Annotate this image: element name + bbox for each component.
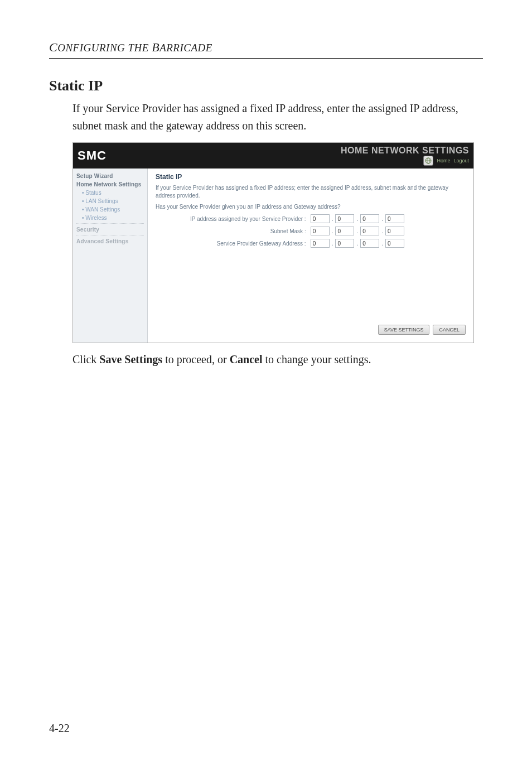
caption-paragraph: Click Save Settings to proceed, or Cance… <box>72 351 483 368</box>
embedded-screenshot: SMC HOME NETWORK SETTINGS Home Logout Se… <box>72 142 474 343</box>
globe-icon <box>423 156 433 166</box>
dot: . <box>332 216 333 222</box>
ss-page-title: HOME NETWORK SETTINGS <box>341 146 469 156</box>
nav-sub-lan-settings[interactable]: LAN Settings <box>82 198 144 204</box>
dot: . <box>381 216 383 222</box>
ss-header-bar: SMC HOME NETWORK SETTINGS Home Logout <box>73 143 473 169</box>
cancel-button[interactable]: CANCEL <box>433 325 466 335</box>
page-number: 4-22 <box>49 722 70 735</box>
ss-desc-2: Has your Service Provider given you an I… <box>156 203 466 211</box>
mask-octet-1[interactable] <box>311 227 330 235</box>
ss-logo: SMC <box>78 148 107 163</box>
dot: . <box>381 228 383 234</box>
caption-mid: to proceed, or <box>162 353 230 365</box>
ss-content-heading: Static IP <box>156 173 466 181</box>
dot: . <box>332 240 333 247</box>
label-ip: IP address assigned by your Service Prov… <box>190 216 306 222</box>
dot: . <box>356 216 358 222</box>
running-header: CONFIGURING THE BARRICADE <box>49 40 483 55</box>
save-settings-button[interactable]: SAVE SETTINGS <box>378 325 430 335</box>
gw-octet-3[interactable] <box>360 239 379 248</box>
dot: . <box>381 240 383 247</box>
nav-sub-wireless[interactable]: Wireless <box>82 215 144 221</box>
row-mask: Subnet Mask : . . . <box>156 227 466 235</box>
ss-form: IP address assigned by your Service Prov… <box>156 214 466 248</box>
ip-octet-3[interactable] <box>360 214 379 223</box>
caption-suffix: to change your settings. <box>263 353 371 365</box>
gw-octet-4[interactable] <box>385 239 404 248</box>
ss-logout-link[interactable]: Logout <box>453 158 469 163</box>
row-gateway: Service Provider Gateway Address : . . . <box>156 239 466 248</box>
ss-logo-block: SMC <box>78 148 107 163</box>
ip-octet-4[interactable] <box>385 214 404 223</box>
section-title: Static IP <box>49 78 483 94</box>
nav-sub-wan-settings[interactable]: WAN Settings <box>82 206 144 213</box>
gw-octet-2[interactable] <box>335 239 354 248</box>
nav-security[interactable]: Security <box>76 227 144 233</box>
rule <box>49 58 483 59</box>
nav-setup-wizard[interactable]: Setup Wizard <box>76 173 144 179</box>
gw-octet-1[interactable] <box>311 239 330 248</box>
nav-home-network-settings[interactable]: Home Network Settings <box>76 181 144 187</box>
label-gateway: Service Provider Gateway Address : <box>217 240 306 247</box>
mask-octet-4[interactable] <box>385 227 404 235</box>
nav-advanced-settings[interactable]: Advanced Settings <box>76 238 144 244</box>
ss-top-links: Home Logout <box>423 156 469 166</box>
ip-octet-2[interactable] <box>335 214 354 223</box>
dot: . <box>356 240 358 247</box>
ss-sidebar: Setup Wizard Home Network Settings Statu… <box>73 169 148 343</box>
ss-desc-1: If your Service Provider has assigned a … <box>156 184 466 200</box>
nav-sub-status[interactable]: Status <box>82 190 144 196</box>
ip-octet-1[interactable] <box>311 214 330 223</box>
caption-save: Save Settings <box>99 353 162 365</box>
caption-prefix: Click <box>72 353 99 365</box>
label-subnet-mask: Subnet Mask : <box>270 228 306 234</box>
ss-content-area: Static IP If your Service Provider has a… <box>148 169 473 343</box>
dot: . <box>332 228 333 234</box>
mask-octet-3[interactable] <box>360 227 379 235</box>
ss-button-bar: SAVE SETTINGS CANCEL <box>378 325 466 335</box>
mask-octet-2[interactable] <box>335 227 354 235</box>
dot: . <box>356 228 358 234</box>
ss-home-link[interactable]: Home <box>437 158 450 163</box>
intro-paragraph: If your Service Provider has assigned a … <box>72 100 483 134</box>
caption-cancel: Cancel <box>230 353 263 365</box>
row-ip: IP address assigned by your Service Prov… <box>156 214 466 223</box>
